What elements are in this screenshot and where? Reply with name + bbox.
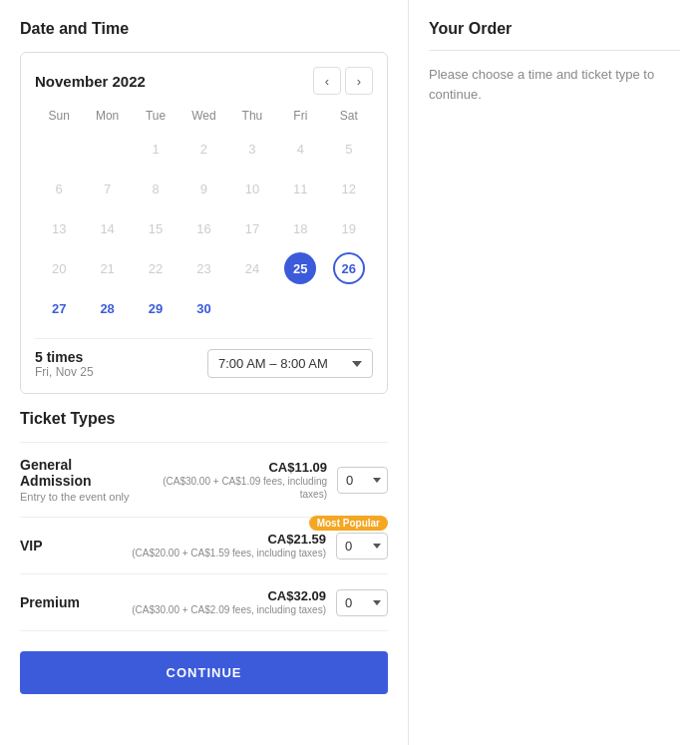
calendar-day-cell[interactable]: 24	[228, 248, 276, 288]
right-panel: Your Order Please choose a time and tick…	[409, 0, 700, 745]
day-number: 7	[92, 173, 124, 204]
day-number: 12	[333, 173, 365, 204]
calendar-week-row: 6789101112	[35, 169, 373, 208]
day-number: 5	[333, 133, 365, 165]
calendar-day-cell[interactable]: 23	[179, 248, 227, 288]
calendar-day-cell[interactable]: 7	[83, 169, 131, 208]
date-time-title: Date and Time	[20, 20, 388, 38]
times-info: 5 times Fri, Nov 25	[35, 349, 94, 379]
ticket-name-premium: Premium	[20, 594, 80, 610]
calendar-day-cell[interactable]: 16	[179, 208, 227, 248]
prev-month-button[interactable]: ‹	[313, 67, 341, 95]
ticket-left-vip: VIP	[20, 538, 43, 554]
qty-select-vip[interactable]: 0 1 2 3 4 5	[336, 533, 388, 559]
calendar-week-row: 27282930	[35, 288, 373, 328]
calendar-grid: Sun Mon Tue Wed Thu Fri Sat 123456789101…	[35, 105, 373, 328]
day-number: 2	[187, 133, 219, 165]
ticket-right-vip: CA$21.59 (CA$20.00 + CA$1.59 fees, inclu…	[132, 532, 388, 559]
calendar-day-cell[interactable]: 14	[83, 208, 131, 248]
calendar-day-cell[interactable]: 15	[132, 208, 179, 248]
ticket-price-main-vip: CA$21.59	[132, 532, 326, 547]
calendar-month-year: November 2022	[35, 73, 146, 90]
calendar-day-cell[interactable]: 4	[276, 129, 324, 169]
col-thu: Thu	[228, 105, 276, 129]
day-number[interactable]: 25	[284, 252, 316, 284]
calendar-day-cell[interactable]: 17	[228, 208, 276, 248]
day-number: 23	[187, 252, 219, 284]
tickets-container: General Admission Entry to the event onl…	[20, 442, 388, 631]
day-number: 8	[140, 173, 172, 204]
day-number: 10	[236, 173, 268, 204]
ticket-price-main-premium: CA$32.09	[132, 588, 326, 603]
day-number: 19	[333, 212, 365, 244]
calendar-container: November 2022 ‹ › Sun Mon Tue Wed Thu Fr…	[20, 52, 388, 394]
ticket-price-main-general: CA$11.09	[142, 460, 327, 475]
ticket-right-premium: CA$32.09 (CA$30.00 + CA$2.09 fees, inclu…	[132, 588, 388, 616]
day-number: 16	[187, 212, 219, 244]
calendar-day-cell[interactable]: 25	[276, 248, 324, 288]
calendar-day-cell[interactable]: 27	[35, 288, 83, 328]
order-placeholder: Please choose a time and ticket type to …	[429, 65, 680, 104]
next-month-button[interactable]: ›	[345, 67, 373, 95]
calendar-day-cell[interactable]: 28	[83, 288, 131, 328]
col-sat: Sat	[325, 105, 373, 129]
calendar-day-cell[interactable]: 26	[325, 248, 373, 288]
day-number: 24	[236, 252, 268, 284]
col-sun: Sun	[35, 105, 83, 129]
calendar-day-cell[interactable]: 9	[179, 169, 227, 208]
calendar-day-cell[interactable]: 10	[228, 169, 276, 208]
calendar-day-cell[interactable]: 18	[276, 208, 324, 248]
day-number: 22	[140, 252, 172, 284]
calendar-day-cell[interactable]: 8	[132, 169, 179, 208]
calendar-day-cell[interactable]: 11	[276, 169, 324, 208]
col-mon: Mon	[83, 105, 131, 129]
calendar-header: November 2022 ‹ ›	[35, 67, 373, 95]
day-number[interactable]: 28	[92, 292, 124, 324]
ticket-name-general: General Admission	[20, 457, 142, 489]
calendar-nav: ‹ ›	[313, 67, 373, 95]
qty-select-general[interactable]: 0 1 2 3 4 5	[337, 467, 388, 494]
ticket-item-vip: Most Popular VIP CA$21.59 (CA$20.00 + CA…	[20, 518, 388, 574]
day-number[interactable]: 26	[333, 252, 365, 284]
ticket-price-sub-general: (CA$30.00 + CA$1.09 fees, including taxe…	[142, 475, 327, 501]
calendar-day-cell[interactable]: 13	[35, 208, 83, 248]
calendar-day-cell[interactable]: 19	[325, 208, 373, 248]
ticket-right-general: CA$11.09 (CA$30.00 + CA$1.09 fees, inclu…	[142, 460, 388, 501]
day-number: 4	[284, 133, 316, 165]
qty-select-premium[interactable]: 0 1 2 3 4 5	[336, 589, 388, 616]
calendar-week-row: 20212223242526	[35, 248, 373, 288]
calendar-day-cell[interactable]: 1	[132, 129, 179, 169]
ticket-price-premium: CA$32.09 (CA$30.00 + CA$2.09 fees, inclu…	[132, 588, 326, 616]
day-number: 3	[236, 133, 268, 165]
calendar-day-cell[interactable]: 2	[179, 129, 227, 169]
day-number: 21	[92, 252, 124, 284]
time-row: 5 times Fri, Nov 25 7:00 AM – 8:00 AM8:0…	[35, 338, 373, 379]
order-title: Your Order	[429, 20, 680, 51]
calendar-day-cell[interactable]: 20	[35, 248, 83, 288]
calendar-day-cell	[276, 288, 324, 328]
times-date: Fri, Nov 25	[35, 365, 94, 379]
ticket-price-sub-vip: (CA$20.00 + CA$1.59 fees, including taxe…	[132, 547, 326, 559]
time-select[interactable]: 7:00 AM – 8:00 AM8:00 AM – 9:00 AM9:00 A…	[207, 349, 373, 378]
calendar-day-cell[interactable]: 3	[228, 129, 276, 169]
day-number: 11	[284, 173, 316, 204]
calendar-day-cell[interactable]: 12	[325, 169, 373, 208]
popular-badge: Most Popular	[309, 516, 388, 531]
calendar-day-cell[interactable]: 29	[132, 288, 179, 328]
calendar-day-cell[interactable]: 5	[325, 129, 373, 169]
calendar-day-cell	[228, 288, 276, 328]
day-number[interactable]: 27	[43, 292, 75, 324]
day-number: 14	[92, 212, 124, 244]
calendar-day-cell[interactable]: 30	[179, 288, 227, 328]
day-number: 15	[140, 212, 172, 244]
calendar-day-cell[interactable]: 6	[35, 169, 83, 208]
calendar-day-cell[interactable]: 21	[83, 248, 131, 288]
day-number[interactable]: 30	[187, 292, 219, 324]
continue-button[interactable]: CONTINUE	[20, 651, 388, 694]
calendar-week-row: 12345	[35, 129, 373, 169]
times-count: 5 times	[35, 349, 94, 365]
calendar-day-cell	[325, 288, 373, 328]
calendar-day-cell[interactable]: 22	[132, 248, 179, 288]
day-number[interactable]: 29	[140, 292, 172, 324]
day-number: 13	[43, 212, 75, 244]
